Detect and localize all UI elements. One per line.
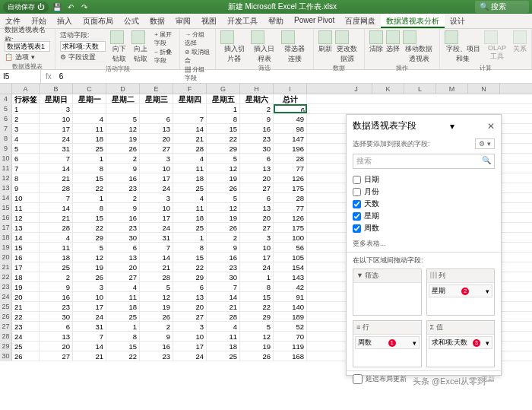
cell[interactable]: 11: [207, 332, 240, 341]
cell[interactable]: 77: [274, 164, 307, 173]
save-icon[interactable]: 💾: [52, 2, 62, 12]
cell[interactable]: 20: [140, 134, 173, 143]
cell[interactable]: 24: [73, 312, 106, 321]
cell[interactable]: 6: [240, 193, 274, 202]
cell[interactable]: 2: [106, 193, 140, 202]
cell[interactable]: 22: [173, 262, 207, 272]
cell[interactable]: 7: [73, 332, 106, 341]
cell[interactable]: 126: [274, 173, 307, 183]
cell[interactable]: 26: [73, 272, 106, 281]
cell[interactable]: 16: [240, 124, 274, 133]
cell[interactable]: 3: [73, 282, 106, 291]
cell[interactable]: 91: [274, 292, 307, 301]
cell[interactable]: 14: [140, 253, 173, 262]
cell[interactable]: 20: [173, 302, 207, 311]
cell[interactable]: 7: [140, 243, 173, 252]
cell[interactable]: 16: [207, 253, 240, 262]
cell[interactable]: 15: [73, 213, 106, 222]
cell[interactable]: 15: [73, 173, 106, 183]
cell[interactable]: 11: [173, 203, 207, 212]
cell[interactable]: 147: [274, 134, 307, 143]
cell[interactable]: 2: [207, 233, 240, 242]
cell[interactable]: 12: [207, 203, 240, 212]
cell[interactable]: 18: [207, 342, 240, 351]
cell[interactable]: 26: [207, 223, 240, 232]
cell[interactable]: 8: [12, 173, 40, 183]
cell[interactable]: 2: [240, 104, 274, 113]
cell[interactable]: 18: [12, 272, 40, 281]
cell[interactable]: 105: [274, 253, 307, 262]
cell[interactable]: 17: [140, 173, 173, 183]
cell[interactable]: 6: [274, 104, 307, 113]
cell[interactable]: 7: [12, 164, 40, 173]
cell[interactable]: 21: [173, 134, 207, 143]
cell[interactable]: 25: [207, 351, 240, 361]
cell[interactable]: 13: [240, 164, 274, 173]
cell[interactable]: [140, 104, 173, 113]
cell[interactable]: 31: [140, 233, 173, 242]
cell[interactable]: 9: [12, 183, 40, 192]
cell[interactable]: 17: [240, 253, 274, 262]
cell[interactable]: 18: [106, 302, 140, 311]
cell[interactable]: 20: [240, 213, 274, 222]
field-search-input[interactable]: 搜索🔍: [353, 154, 495, 169]
cell[interactable]: 21: [140, 262, 173, 272]
cell[interactable]: 3: [140, 193, 173, 202]
cell[interactable]: 126: [274, 213, 307, 222]
cell[interactable]: 28: [173, 144, 207, 153]
cell[interactable]: 13: [40, 332, 73, 341]
cell[interactable]: 27: [173, 312, 207, 321]
cell[interactable]: 28: [274, 193, 307, 202]
cell[interactable]: 21: [40, 173, 73, 183]
cell[interactable]: 21: [40, 213, 73, 222]
cell[interactable]: 26: [12, 351, 40, 361]
cell[interactable]: 6: [140, 114, 173, 123]
cell[interactable]: 19: [207, 173, 240, 183]
column-header[interactable]: I: [274, 84, 307, 94]
options-button[interactable]: 📋 选项 ▾: [5, 52, 35, 62]
cell[interactable]: 19: [73, 262, 106, 272]
active-field-input[interactable]: [60, 41, 106, 52]
cell[interactable]: [173, 104, 207, 113]
group-field-button[interactable]: ▦ 分组字段: [185, 65, 211, 82]
expand-field-button[interactable]: + 展开字段: [154, 30, 175, 47]
worksheet-grid[interactable]: ABCDEFGHI 4行标签▾星期日星期一星期二星期三星期四星期五星期六总计51…: [0, 84, 340, 403]
cell[interactable]: 31: [73, 322, 106, 331]
cell[interactable]: 11: [12, 203, 40, 212]
cell[interactable]: 23: [106, 183, 140, 192]
cell[interactable]: 30: [240, 144, 274, 153]
cell[interactable]: 9: [240, 114, 274, 123]
cell[interactable]: 10: [12, 193, 40, 202]
cell[interactable]: 30: [207, 272, 240, 281]
cell[interactable]: 19: [140, 302, 173, 311]
cell[interactable]: 13: [106, 253, 140, 262]
cell[interactable]: 28: [274, 154, 307, 163]
pivot-header[interactable]: 星期二: [106, 94, 140, 103]
pivot-header[interactable]: 星期三: [140, 94, 173, 103]
cell[interactable]: 21: [73, 351, 106, 361]
cell[interactable]: 4: [106, 282, 140, 291]
cell[interactable]: 29: [240, 312, 274, 321]
cell[interactable]: 15: [106, 342, 140, 351]
move-pivot-button[interactable]: 移动数据透视表: [403, 30, 435, 64]
tab-13[interactable]: 设计: [445, 14, 470, 28]
cell[interactable]: 15: [12, 243, 40, 252]
cell[interactable]: 23: [240, 134, 274, 143]
cell[interactable]: 143: [274, 272, 307, 281]
cell[interactable]: 2: [40, 272, 73, 281]
cell[interactable]: 26: [207, 183, 240, 192]
cell[interactable]: 27: [240, 223, 274, 232]
cell[interactable]: 10: [240, 243, 274, 252]
cell[interactable]: 5: [106, 114, 140, 123]
cell[interactable]: 11: [73, 124, 106, 133]
values-area[interactable]: Σ 值 求和项:天数3▾: [426, 320, 496, 367]
cell[interactable]: 25: [173, 183, 207, 192]
cell[interactable]: 7: [40, 154, 73, 163]
cell[interactable]: 6: [173, 282, 207, 291]
select-button[interactable]: 选择: [386, 30, 400, 54]
fields-items-button[interactable]: 字段、项目和集: [445, 30, 481, 64]
cell[interactable]: 29: [207, 144, 240, 153]
tab-11[interactable]: 百度网盘: [340, 14, 381, 28]
cell[interactable]: 14: [207, 292, 240, 301]
cell[interactable]: 56: [274, 243, 307, 252]
